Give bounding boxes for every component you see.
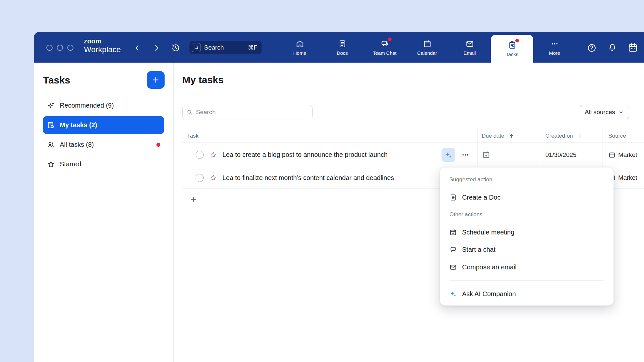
nav-item-calendar[interactable]: Calendar (406, 32, 448, 63)
workplace-logo-text: Workplace (84, 46, 121, 53)
chevron-left-icon (133, 44, 141, 52)
notification-dot (515, 39, 519, 42)
new-task-button[interactable] (147, 71, 165, 89)
history-button[interactable] (170, 43, 181, 53)
sidebar-item-label: Starred (60, 160, 81, 168)
nav-label: Home (293, 51, 306, 55)
window-control-maximize[interactable] (67, 45, 73, 51)
column-label: Due date (482, 133, 504, 139)
menu-item-label: Create a Doc (462, 194, 501, 201)
search-shortcut: ⌘F (248, 44, 257, 51)
nav-item-docs[interactable]: Docs (321, 32, 363, 63)
bell-icon (607, 43, 617, 53)
column-created-on[interactable]: Created on (539, 129, 603, 143)
chat-icon (449, 246, 457, 253)
nav-label: Calendar (417, 51, 437, 55)
column-source: Source (603, 129, 644, 143)
doc-icon (449, 194, 457, 201)
calendar-date-icon (628, 42, 638, 53)
notification-dot (156, 143, 160, 147)
window-control-minimize[interactable] (57, 45, 63, 51)
email-icon (465, 39, 474, 48)
menu-item-ask-ai[interactable]: Ask AI Companion (440, 287, 613, 301)
nav-label: Team Chat (373, 51, 397, 55)
task-title: Lea to create a blog post to announce th… (222, 151, 388, 158)
menu-item-schedule-meeting[interactable]: Schedule meeting (440, 225, 613, 239)
source-cell: Market (608, 151, 637, 158)
nav-item-email[interactable]: Email (448, 32, 491, 63)
nav-item-tasks[interactable]: Tasks (491, 35, 533, 63)
help-button[interactable] (586, 42, 597, 53)
source-label: Market (618, 174, 637, 181)
search-icon (186, 109, 193, 115)
app-window: zoom Workplace (34, 32, 644, 362)
help-icon (587, 43, 597, 53)
chevron-down-icon (618, 110, 624, 115)
sort-toggle-icon (577, 133, 583, 139)
search-label: Search (204, 44, 224, 51)
task-search-input[interactable] (196, 109, 308, 116)
menu-item-create-doc[interactable]: Create a Doc (440, 190, 613, 204)
chevron-right-icon (152, 44, 161, 52)
nav-label: Email (463, 51, 476, 55)
menu-item-label: Schedule meeting (462, 229, 514, 236)
menu-section-label: Other actions (449, 211, 482, 218)
back-button[interactable] (132, 43, 142, 53)
ai-companion-button[interactable] (442, 148, 455, 162)
star-toggle[interactable] (209, 174, 217, 182)
more-actions-button[interactable] (460, 149, 471, 160)
notifications-button[interactable] (607, 42, 618, 53)
column-due-date[interactable]: Due date (477, 129, 539, 143)
sidebar-item-my-tasks[interactable]: My tasks (2) (43, 116, 164, 134)
task-row[interactable]: Lea to create a blog post to announce th… (182, 143, 644, 167)
sidebar-item-starred[interactable]: Starred (43, 155, 164, 173)
page-title: My tasks (182, 74, 224, 85)
column-task: Task (182, 129, 477, 143)
sources-filter-button[interactable]: All sources (580, 105, 629, 119)
sidebar-item-all-tasks[interactable]: All tasks (8) (43, 136, 164, 154)
notification-dot (388, 38, 392, 41)
sidebar-item-label: All tasks (8) (60, 141, 94, 148)
app-logo: zoom Workplace (84, 38, 121, 53)
task-check-icon (47, 121, 55, 129)
nav-item-more[interactable]: More (533, 32, 576, 63)
sidebar-item-recommended[interactable]: Recommended (9) (43, 97, 164, 114)
column-label: Task (187, 133, 199, 139)
sidebar-item-label: Recommended (9) (60, 102, 114, 109)
nav-item-home[interactable]: Home (279, 32, 321, 63)
created-date: 01/30/2025 (545, 151, 576, 158)
menu-item-compose-email[interactable]: Compose an email (440, 260, 613, 274)
global-search[interactable]: Search ⌘F (189, 41, 262, 54)
column-label: Source (608, 133, 626, 139)
table-header: Task Due date Created on Source (182, 129, 644, 143)
menu-section-label: Suggested action (449, 176, 492, 183)
add-task-row-button[interactable] (187, 193, 199, 205)
add-due-date-button[interactable] (482, 151, 490, 159)
calendar-plus-icon (482, 151, 490, 159)
star-toggle[interactable] (209, 151, 217, 159)
people-icon (47, 141, 55, 149)
forward-button[interactable] (151, 43, 162, 53)
task-checkbox[interactable] (196, 151, 204, 159)
ai-sparkle-icon (449, 290, 457, 298)
menu-item-label: Compose an email (462, 264, 517, 271)
menu-item-label: Ask AI Companion (462, 290, 516, 298)
history-icon (171, 43, 180, 53)
task-checkbox[interactable] (196, 174, 204, 182)
calendar-widget-button[interactable] (627, 42, 638, 53)
source-calendar-icon (608, 151, 616, 158)
column-label: Created on (545, 133, 573, 139)
search-icon (192, 43, 201, 52)
sidebar: Tasks Recommended (9) My tasks (34, 63, 174, 362)
email-icon (449, 264, 457, 271)
task-search (182, 105, 313, 119)
source-label: Market (618, 151, 637, 158)
actions-menu: Suggested action Create a Doc Other acti… (440, 167, 614, 306)
topbar: zoom Workplace (34, 32, 644, 63)
team-chat-icon (380, 39, 389, 48)
window-control-close[interactable] (46, 45, 53, 51)
calendar-icon (423, 39, 432, 48)
nav-item-team-chat[interactable]: Team Chat (363, 32, 406, 63)
menu-item-start-chat[interactable]: Start a chat (440, 242, 613, 257)
nav-label: Tasks (506, 52, 518, 57)
